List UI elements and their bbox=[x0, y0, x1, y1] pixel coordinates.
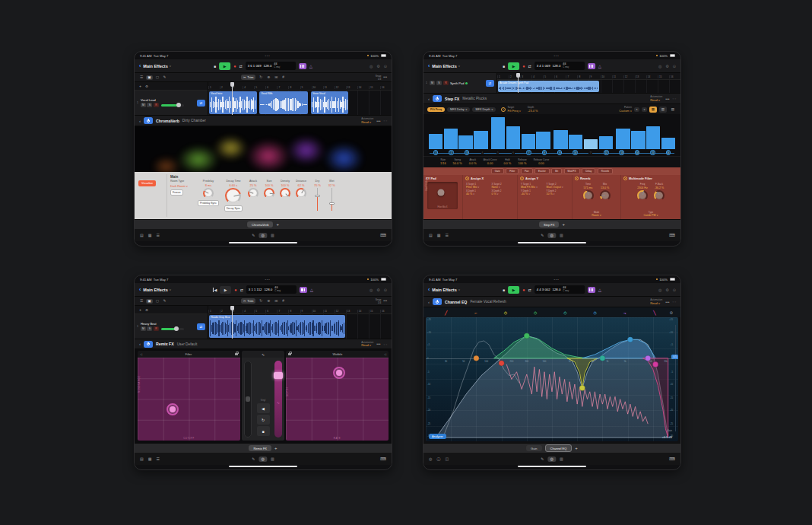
marquee-tool-icon[interactable]: ⊕ bbox=[266, 299, 271, 303]
plugin-preset[interactable]: Dirty Chamber bbox=[182, 119, 206, 123]
grid-tool-icon[interactable]: # bbox=[281, 75, 285, 79]
assign-y-depth-1[interactable]: Y Depth 1-40 % ˅ bbox=[521, 189, 544, 196]
more-icon[interactable]: ••• bbox=[383, 75, 387, 79]
knob-mix[interactable]: Mix13.0 % bbox=[600, 183, 611, 201]
play-button[interactable]: ▶ bbox=[220, 286, 231, 294]
step-toggle-16[interactable]: 16 bbox=[666, 150, 671, 155]
tab-stepfx[interactable]: Step FX bbox=[539, 221, 559, 228]
analyzer-button[interactable]: Analyzer bbox=[429, 434, 446, 439]
eq-band-5-icon[interactable]: ◇ bbox=[550, 310, 580, 315]
home-indicator[interactable] bbox=[518, 466, 586, 467]
faders-view-icon[interactable]: ▥ bbox=[271, 233, 274, 237]
title-chevron-icon[interactable]: ˅ bbox=[170, 64, 171, 68]
visualize-button[interactable]: Visualize bbox=[138, 180, 156, 186]
track-lane[interactable]: Vocal Intro Vocal Riffs Verse Vocal bbox=[208, 91, 392, 115]
plugin-more-icon[interactable]: ••• bbox=[376, 119, 380, 123]
stop-button[interactable]: ■ bbox=[214, 64, 216, 68]
track-name[interactable]: Synth Pad bbox=[450, 81, 464, 85]
pencil-icon[interactable]: ✎ bbox=[252, 457, 255, 461]
automation-control[interactable]: Automation Read ˅ bbox=[361, 341, 373, 348]
record-settings-icon[interactable]: ◎ bbox=[658, 64, 661, 68]
record-enable-button[interactable]: R bbox=[443, 81, 449, 85]
record-button[interactable]: ● bbox=[522, 64, 525, 68]
keyboard-icon[interactable]: ⌨ bbox=[380, 233, 386, 237]
list-editor-icon[interactable]: ☰ bbox=[445, 233, 448, 237]
bar-ruler[interactable]: 12345678910111213141516 bbox=[208, 82, 392, 91]
module-tab-mod-fx[interactable]: Mod FX bbox=[564, 168, 580, 174]
step-toggle-3[interactable]: 3 bbox=[465, 150, 470, 155]
play-surface-badge[interactable] bbox=[588, 287, 595, 293]
project-title[interactable]: Main Effects bbox=[143, 64, 167, 68]
step-toggle-6[interactable]: 6 bbox=[512, 151, 515, 154]
pencil-icon[interactable]: ✎ bbox=[252, 233, 255, 237]
plugin-more-icon[interactable]: ••• bbox=[376, 342, 380, 346]
plugin-power-button[interactable] bbox=[144, 117, 153, 124]
module-tab-bit[interactable]: Bit bbox=[551, 168, 562, 174]
mute-button[interactable]: M bbox=[430, 81, 435, 85]
cell-view-icon[interactable]: ▢ bbox=[155, 299, 160, 303]
cycle-button[interactable]: ⇄ bbox=[239, 64, 242, 68]
tape-stop-button[interactable]: ■ bbox=[257, 426, 270, 436]
gear-icon[interactable]: ⚙ bbox=[376, 288, 379, 292]
window-icons[interactable]: ▫ ▫ bbox=[384, 119, 387, 123]
assign-y-depth-2[interactable]: Y Depth 210 % ˅ bbox=[547, 189, 569, 196]
playhead[interactable] bbox=[518, 73, 519, 93]
automation-control[interactable]: Automation Read ˅ bbox=[650, 95, 662, 102]
assign-x-target-2[interactable]: X Target 2None ˅ bbox=[492, 183, 515, 189]
metronome-icon[interactable]: △ bbox=[598, 288, 601, 292]
gear-icon[interactable]: ⚙ bbox=[665, 288, 668, 292]
track-settings-icon[interactable]: ⚙ bbox=[145, 308, 148, 312]
tab-remixfx[interactable]: Remix FX bbox=[249, 445, 271, 451]
knob-attack[interactable]: Attack25 % bbox=[248, 180, 259, 212]
module-tab-exciter[interactable]: Exciter bbox=[534, 168, 550, 174]
piano-roll-icon[interactable]: ▦ bbox=[148, 233, 152, 237]
tab-gain[interactable]: Gain bbox=[526, 445, 541, 451]
mixer-icon[interactable]: ▤ bbox=[140, 457, 144, 461]
record-settings-icon[interactable]: ◎ bbox=[370, 64, 373, 68]
filter-type[interactable]: Comb PM ˅ bbox=[643, 214, 658, 217]
record-enable-button[interactable]: R bbox=[154, 326, 159, 331]
keyboard-icon[interactable]: ⌨ bbox=[669, 457, 675, 461]
lcd-display[interactable]: 3 6 1 069 128.0 4/4 C maj bbox=[246, 62, 296, 70]
collapse-chevron-icon[interactable]: ‹ bbox=[428, 300, 430, 304]
tab-chromaverb[interactable]: ChromaVerb bbox=[247, 221, 273, 228]
piano-roll-icon[interactable]: ▦ bbox=[437, 233, 441, 237]
stop-button[interactable]: ■ bbox=[503, 288, 505, 292]
automation-control[interactable]: Automation Read ˅ bbox=[650, 298, 662, 305]
tool-selector[interactable]: ✂ Trim bbox=[241, 75, 255, 80]
settings-icon[interactable]: ⊙ bbox=[384, 288, 387, 292]
param-release[interactable]: Release100 % bbox=[518, 158, 526, 165]
stepfx-xy-pad[interactable]: Mod FX Mix Y Filter Mix X bbox=[427, 182, 458, 209]
assign-y-target-1[interactable]: Y Target 1Mod FX Mix ˅ bbox=[521, 183, 544, 189]
add-plugin-button[interactable]: + bbox=[274, 446, 278, 450]
marquee-tool-icon[interactable]: ⊕ bbox=[266, 75, 271, 79]
record-settings-icon[interactable]: ◎ bbox=[370, 288, 373, 292]
step-bar-15[interactable] bbox=[646, 126, 661, 149]
step-toggle-7[interactable]: 7 bbox=[526, 150, 531, 155]
snap-value[interactable]: 1/4 bbox=[376, 301, 381, 304]
snap-value[interactable]: 1/4 bbox=[376, 78, 381, 81]
loop-tool-icon[interactable]: ↻ bbox=[259, 299, 263, 303]
play-button[interactable]: ▶ bbox=[508, 286, 519, 294]
region-link-icon[interactable]: ⇄ bbox=[197, 323, 205, 330]
cycle-button[interactable]: ⇄ bbox=[528, 64, 531, 68]
panel-view-icon[interactable]: ▤ bbox=[669, 107, 677, 113]
eq-band-6-icon[interactable]: ◇ bbox=[580, 310, 610, 315]
plugin-name[interactable]: ChromaVerb bbox=[156, 119, 179, 123]
gear-icon[interactable]: ⚙ bbox=[665, 64, 668, 68]
plugin-more-icon[interactable]: ••• bbox=[665, 97, 669, 101]
solo-button[interactable]: S bbox=[147, 103, 152, 107]
settings-icon[interactable]: ⊙ bbox=[673, 288, 676, 292]
pattern-value[interactable]: Custom ˅ bbox=[619, 110, 632, 113]
param-tab-mfx-depth[interactable]: MFX Depth ˅ bbox=[472, 107, 496, 112]
step-toggle-8[interactable]: 8 bbox=[542, 150, 547, 155]
filter-puck[interactable] bbox=[167, 403, 179, 415]
step-toggle-4[interactable]: 4 bbox=[481, 151, 484, 154]
eq-band-4-icon[interactable]: ◇ bbox=[521, 310, 550, 315]
bar-ruler[interactable]: 12345678910111213141516 bbox=[208, 306, 392, 314]
piano-roll-icon[interactable]: ▦ bbox=[148, 457, 152, 461]
solo-button[interactable]: S bbox=[436, 81, 442, 85]
record-button[interactable]: ● bbox=[522, 288, 525, 292]
step-toggle-14[interactable]: 14 bbox=[635, 150, 640, 155]
knob-size[interactable]: Size100 % bbox=[264, 180, 274, 212]
